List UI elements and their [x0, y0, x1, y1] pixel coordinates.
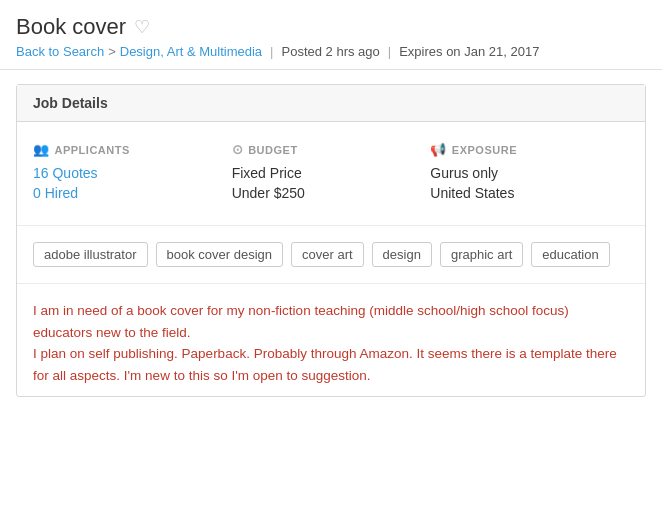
budget-type: Fixed Price [232, 165, 431, 181]
applicants-col: 👥 APPLICANTS 16 Quotes 0 Hired [33, 142, 232, 205]
applicants-label: 👥 APPLICANTS [33, 142, 232, 157]
breadcrumb-separator-1: > [108, 44, 116, 59]
main-content: Job Details 👥 APPLICANTS 16 Quotes 0 Hir… [0, 70, 662, 411]
meta-divider-2: | [388, 44, 391, 59]
tag[interactable]: design [372, 242, 432, 267]
posted-time: Posted 2 hrs ago [281, 44, 379, 59]
tag[interactable]: adobe illustrator [33, 242, 148, 267]
page-title: Book cover [16, 14, 126, 40]
tag[interactable]: book cover design [156, 242, 284, 267]
exposure-type: Gurus only [430, 165, 629, 181]
budget-icon: ⊙ [232, 142, 244, 157]
meta-divider-1: | [270, 44, 273, 59]
job-details-card: Job Details 👥 APPLICANTS 16 Quotes 0 Hir… [16, 84, 646, 397]
card-body: 👥 APPLICANTS 16 Quotes 0 Hired ⊙ BUDGET … [17, 122, 645, 225]
description-text: I am in need of a book cover for my non-… [33, 300, 629, 386]
quotes-value[interactable]: 16 Quotes [33, 165, 232, 181]
breadcrumb: Back to Search > Design, Art & Multimedi… [16, 44, 646, 59]
budget-amount: Under $250 [232, 185, 431, 201]
tags-section: adobe illustratorbook cover designcover … [17, 225, 645, 283]
budget-col: ⊙ BUDGET Fixed Price Under $250 [232, 142, 431, 205]
expiry-date: Expires on Jan 21, 2017 [399, 44, 539, 59]
tag[interactable]: education [531, 242, 609, 267]
exposure-icon: 📢 [430, 142, 447, 157]
favorite-icon[interactable]: ♡ [134, 16, 150, 38]
back-to-search-link[interactable]: Back to Search [16, 44, 104, 59]
title-row: Book cover ♡ [16, 14, 646, 40]
page-header: Book cover ♡ Back to Search > Design, Ar… [0, 0, 662, 70]
stats-row: 👥 APPLICANTS 16 Quotes 0 Hired ⊙ BUDGET … [33, 142, 629, 205]
hired-value[interactable]: 0 Hired [33, 185, 232, 201]
category-link[interactable]: Design, Art & Multimedia [120, 44, 262, 59]
tag[interactable]: cover art [291, 242, 364, 267]
tag[interactable]: graphic art [440, 242, 523, 267]
card-header: Job Details [17, 85, 645, 122]
applicants-icon: 👥 [33, 142, 50, 157]
exposure-location: United States [430, 185, 629, 201]
exposure-col: 📢 EXPOSURE Gurus only United States [430, 142, 629, 205]
exposure-label: 📢 EXPOSURE [430, 142, 629, 157]
description-section: I am in need of a book cover for my non-… [17, 283, 645, 396]
budget-label: ⊙ BUDGET [232, 142, 431, 157]
